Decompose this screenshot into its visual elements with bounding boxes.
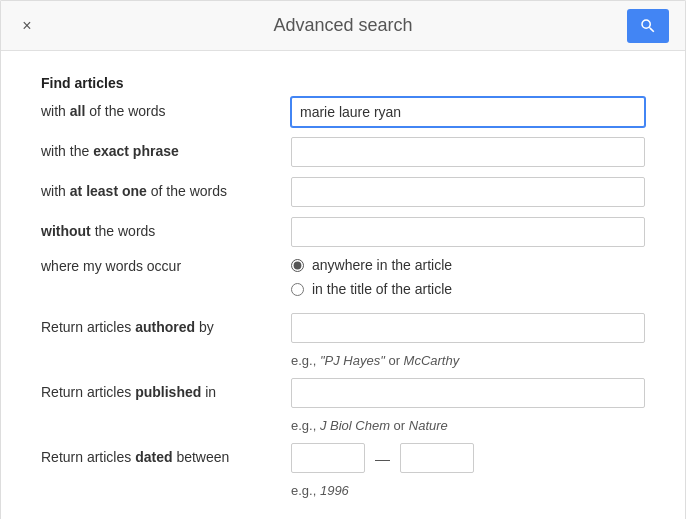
at-least-one-bold: at least one: [70, 183, 147, 199]
date-range: —: [291, 443, 474, 473]
without-words-input[interactable]: [291, 217, 645, 247]
exact-phrase-label: with the exact phrase: [41, 142, 291, 162]
dated-row: Return articles dated between —: [41, 443, 645, 473]
published-label: Return articles published in: [41, 383, 291, 403]
date-from-input[interactable]: [291, 443, 365, 473]
authored-bold: authored: [135, 319, 195, 335]
authored-label: Return articles authored by: [41, 318, 291, 338]
search-button[interactable]: [627, 9, 669, 43]
occurrence-options: anywhere in the article in the title of …: [291, 257, 452, 297]
title-label: in the title of the article: [312, 281, 452, 297]
published-row: Return articles published in: [41, 378, 645, 408]
exact-phrase-row: with the exact phrase: [41, 137, 645, 167]
close-icon: ×: [22, 17, 31, 35]
authored-row: Return articles authored by: [41, 313, 645, 343]
advanced-search-dialog: × Advanced search Find articles with all…: [0, 0, 686, 519]
dated-label: Return articles dated between: [41, 448, 291, 468]
at-least-one-input[interactable]: [291, 177, 645, 207]
published-bold: published: [135, 384, 201, 400]
search-icon: [639, 17, 657, 35]
at-least-one-row: with at least one of the words: [41, 177, 645, 207]
without-bold: without: [41, 223, 91, 239]
authored-input[interactable]: [291, 313, 645, 343]
where-occurs-label: where my words occur: [41, 257, 291, 277]
find-articles-title: Find articles: [41, 75, 645, 91]
date-to-input[interactable]: [400, 443, 474, 473]
anywhere-label: anywhere in the article: [312, 257, 452, 273]
title-option[interactable]: in the title of the article: [291, 281, 452, 297]
anywhere-radio[interactable]: [291, 259, 304, 272]
published-input[interactable]: [291, 378, 645, 408]
exact-phrase-input[interactable]: [291, 137, 645, 167]
exact-phrase-bold: exact phrase: [93, 143, 179, 159]
all-words-bold: all: [70, 103, 86, 119]
at-least-one-label: with at least one of the words: [41, 182, 291, 202]
anywhere-option[interactable]: anywhere in the article: [291, 257, 452, 273]
dated-hint: e.g., 1996: [291, 483, 645, 498]
dialog-content: Find articles with all of the words with…: [1, 51, 685, 519]
without-words-row: without the words: [41, 217, 645, 247]
dialog-title: Advanced search: [273, 15, 412, 36]
authored-hint: e.g., "PJ Hayes" or McCarthy: [291, 353, 645, 368]
all-words-label: with all of the words: [41, 102, 291, 122]
where-occurs-row: where my words occur anywhere in the art…: [41, 257, 645, 297]
published-hint: e.g., J Biol Chem or Nature: [291, 418, 645, 433]
without-words-label: without the words: [41, 222, 291, 242]
all-words-input[interactable]: [291, 97, 645, 127]
title-radio[interactable]: [291, 283, 304, 296]
all-words-row: with all of the words: [41, 97, 645, 127]
date-separator: —: [375, 450, 390, 467]
dialog-header: × Advanced search: [1, 1, 685, 51]
dated-bold: dated: [135, 449, 172, 465]
close-button[interactable]: ×: [15, 14, 39, 38]
